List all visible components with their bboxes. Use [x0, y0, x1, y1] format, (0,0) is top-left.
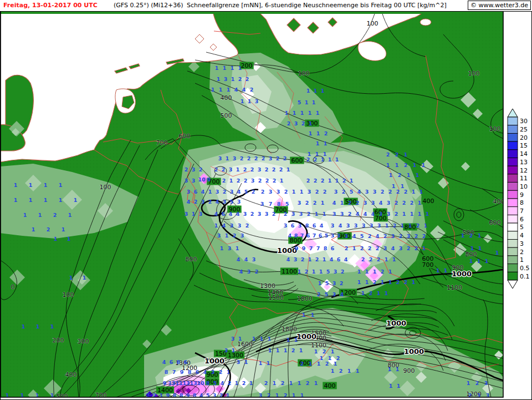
svg-text:2: 2 — [315, 256, 319, 262]
svg-text:3: 3 — [331, 222, 335, 229]
svg-text:1: 1 — [238, 65, 242, 71]
svg-text:1: 1 — [392, 256, 396, 262]
svg-text:3: 3 — [371, 200, 375, 206]
svg-text:1: 1 — [402, 211, 406, 217]
svg-text:3: 3 — [298, 200, 301, 206]
model-info: (GFS 0.25°) (Mi12+36) — [114, 0, 183, 11]
svg-text:1: 1 — [321, 88, 325, 94]
svg-text:3: 3 — [223, 199, 227, 205]
svg-text:2: 2 — [348, 200, 352, 206]
svg-text:4: 4 — [339, 222, 342, 229]
svg-text:3: 3 — [332, 291, 336, 297]
svg-text:2: 2 — [323, 189, 327, 195]
svg-text:13: 13 — [182, 380, 190, 386]
svg-text:2: 2 — [300, 361, 304, 367]
svg-text:1: 1 — [316, 110, 320, 116]
svg-text:2: 2 — [415, 233, 418, 239]
svg-text:6: 6 — [306, 232, 310, 239]
svg-text:2: 2 — [376, 245, 380, 251]
svg-text:3: 3 — [334, 269, 337, 275]
svg-text:2: 2 — [325, 361, 329, 367]
svg-text:1: 1 — [324, 140, 328, 146]
svg-text:1: 1 — [416, 172, 420, 178]
svg-text:1: 1 — [67, 236, 71, 242]
svg-text:1: 1 — [308, 110, 312, 116]
svg-text:1: 1 — [223, 65, 227, 71]
svg-text:1: 1 — [289, 380, 293, 386]
svg-text:1: 1 — [248, 98, 252, 104]
svg-text:7: 7 — [309, 245, 313, 251]
svg-text:2: 2 — [373, 279, 377, 285]
svg-text:400: 400 — [65, 371, 77, 378]
svg-text:2: 2 — [381, 189, 385, 195]
svg-text:1: 1 — [413, 162, 417, 168]
svg-text:10: 10 — [197, 380, 204, 386]
svg-text:3: 3 — [192, 178, 196, 184]
svg-text:400: 400 — [423, 198, 434, 205]
svg-text:1: 1 — [227, 369, 231, 375]
svg-text:8: 8 — [520, 199, 524, 206]
svg-text:1: 1 — [14, 182, 18, 188]
svg-text:1: 1 — [314, 348, 318, 355]
svg-text:1: 1 — [44, 197, 48, 203]
svg-text:3: 3 — [231, 336, 235, 342]
svg-text:1: 1 — [59, 197, 63, 203]
svg-text:1: 1 — [208, 189, 212, 195]
svg-text:1: 1 — [335, 178, 339, 184]
svg-text:4: 4 — [352, 233, 356, 239]
svg-text:1: 1 — [32, 226, 35, 232]
svg-text:2: 2 — [404, 279, 408, 285]
svg-text:1: 1 — [318, 280, 322, 286]
svg-text:2: 2 — [339, 368, 343, 374]
svg-text:2: 2 — [422, 233, 426, 239]
svg-text:4: 4 — [237, 189, 241, 195]
svg-text:2: 2 — [238, 76, 242, 82]
svg-text:3: 3 — [298, 222, 302, 229]
svg-text:2: 2 — [475, 380, 479, 386]
svg-text:3: 3 — [247, 269, 251, 275]
svg-text:1: 1 — [259, 360, 263, 366]
svg-text:1: 1 — [305, 99, 309, 105]
svg-text:1: 1 — [268, 347, 272, 353]
svg-text:1: 1 — [260, 336, 264, 342]
svg-text:7: 7 — [520, 207, 524, 215]
svg-text:11: 11 — [175, 380, 182, 386]
svg-text:1: 1 — [401, 222, 405, 229]
svg-text:1: 1 — [386, 162, 390, 168]
svg-text:1: 1 — [407, 172, 411, 178]
svg-text:4: 4 — [236, 211, 240, 217]
svg-text:1: 1 — [357, 279, 361, 285]
svg-text:1500: 1500 — [268, 294, 284, 301]
svg-text:2: 2 — [47, 226, 50, 232]
svg-text:1: 1 — [36, 323, 40, 330]
svg-text:8: 8 — [165, 369, 168, 375]
svg-text:6: 6 — [170, 359, 173, 365]
svg-text:1: 1 — [302, 312, 306, 318]
svg-text:4: 4 — [237, 256, 241, 262]
svg-text:1: 1 — [347, 368, 351, 374]
svg-text:10: 10 — [198, 176, 206, 183]
svg-text:3: 3 — [233, 155, 237, 161]
svg-text:2: 2 — [356, 200, 360, 206]
svg-text:3: 3 — [229, 166, 233, 173]
svg-text:500: 500 — [57, 393, 68, 400]
svg-text:1: 1 — [69, 275, 73, 281]
svg-text:3: 3 — [291, 211, 295, 217]
svg-text:3: 3 — [294, 256, 298, 262]
svg-text:2: 2 — [287, 120, 291, 126]
svg-text:2: 2 — [276, 155, 280, 161]
svg-text:100: 100 — [298, 70, 310, 77]
svg-text:8: 8 — [177, 359, 181, 365]
svg-text:2: 2 — [291, 347, 295, 353]
weather-map: 1001001001001000100200300400500700400500… — [0, 0, 532, 400]
svg-text:5: 5 — [350, 189, 354, 195]
svg-text:9: 9 — [207, 176, 211, 183]
svg-text:1: 1 — [29, 197, 33, 203]
svg-text:2: 2 — [305, 269, 309, 275]
svg-text:3: 3 — [346, 222, 350, 229]
svg-text:5: 5 — [325, 280, 329, 286]
svg-text:2: 2 — [415, 245, 418, 251]
svg-text:2: 2 — [262, 155, 265, 161]
svg-text:2: 2 — [416, 222, 420, 229]
svg-text:2: 2 — [395, 211, 398, 217]
